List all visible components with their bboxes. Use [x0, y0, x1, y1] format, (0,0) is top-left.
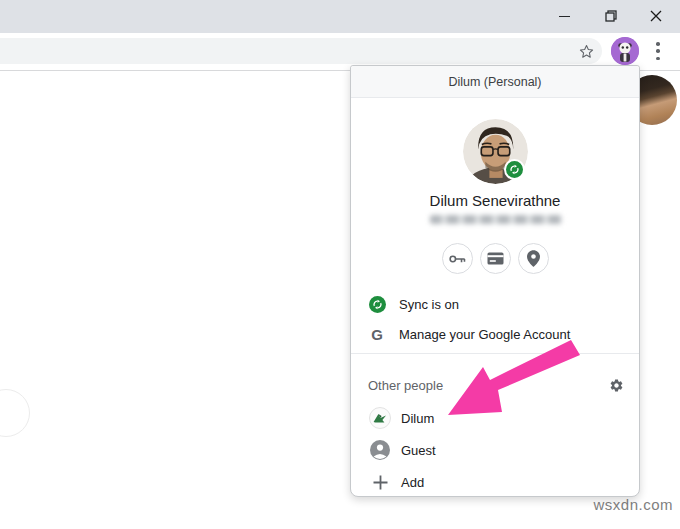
plus-icon [373, 475, 388, 490]
close-icon [650, 10, 662, 22]
key-icon [449, 253, 466, 265]
guest-profile-item[interactable]: Guest [351, 436, 639, 464]
manage-google-account-item[interactable]: G Manage your Google Account [351, 321, 639, 347]
add-person-label: Add [401, 475, 424, 490]
other-people-title: Other people [368, 378, 606, 393]
sync-status-item[interactable]: Sync is on [351, 291, 639, 317]
profile-menu-popup: Dilum (Personal) Dilum [350, 65, 640, 497]
profile-toolbar-button[interactable] [611, 37, 639, 65]
add-person-item[interactable]: Add [351, 468, 639, 496]
location-pin-icon [527, 250, 540, 267]
kebab-menu-icon [656, 42, 660, 46]
window-maximize-button[interactable] [596, 4, 626, 28]
other-profile-dilum[interactable]: Dilum [351, 404, 639, 432]
popup-divider [351, 353, 639, 354]
window-close-button[interactable] [641, 4, 671, 28]
passwords-button[interactable] [442, 243, 473, 274]
guest-icon-wrap [369, 439, 391, 461]
browser-menu-button[interactable] [653, 41, 663, 61]
avatar-sync-badge [504, 159, 525, 180]
card-icon [487, 252, 504, 265]
maximize-restore-icon [605, 10, 617, 22]
sync-icon [509, 164, 520, 175]
guest-profile-label: Guest [401, 443, 436, 458]
manage-people-button[interactable] [606, 375, 626, 395]
other-profile-dilum-label: Dilum [401, 411, 434, 426]
plus-icon-wrap [369, 471, 391, 493]
profile-menu-header: Dilum (Personal) [351, 66, 639, 98]
panda-avatar [611, 37, 639, 65]
sync-status-label: Sync is on [399, 297, 459, 312]
plant-avatar [369, 407, 391, 429]
sync-on-icon-wrap [368, 295, 386, 313]
bookmark-button[interactable] [575, 40, 597, 62]
plant-avatar-wrap [369, 407, 391, 429]
manage-google-account-label: Manage your Google Account [399, 327, 570, 342]
window-titlebar [0, 0, 680, 33]
account-email-blurred [430, 215, 562, 224]
guest-icon [370, 440, 390, 460]
page-circle-element [0, 389, 30, 437]
account-shortcuts [351, 243, 639, 275]
account-name: Dilum Senevirathne [351, 192, 639, 209]
current-profile-label: Dilum (Personal) [448, 75, 541, 89]
star-icon [578, 43, 595, 60]
other-people-header: Other people [351, 372, 639, 398]
watermark: wsxdn.com [593, 496, 673, 513]
address-bar[interactable] [0, 38, 602, 64]
payment-methods-button[interactable] [480, 243, 511, 274]
minimize-icon [559, 16, 570, 17]
sync-on-icon [369, 296, 386, 313]
gear-icon [609, 378, 624, 393]
window-minimize-button[interactable] [549, 4, 579, 28]
addresses-button[interactable] [518, 243, 549, 274]
google-g-icon: G [368, 325, 386, 343]
